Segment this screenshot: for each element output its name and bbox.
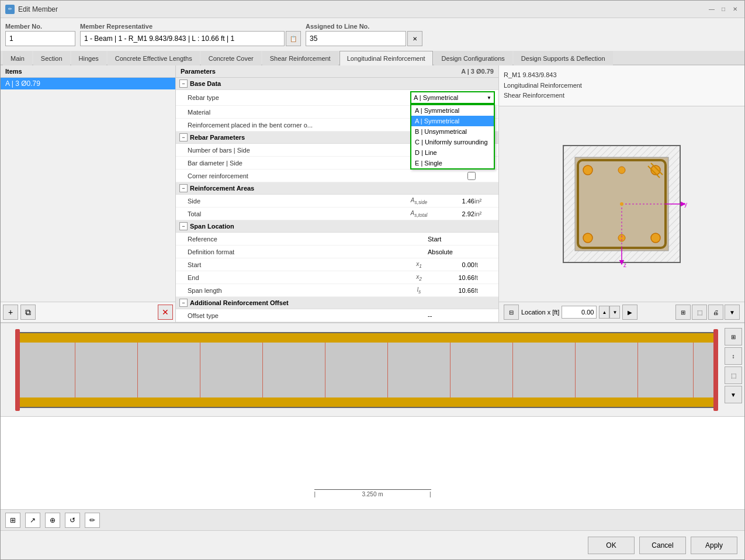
beam-toolbar-grid[interactable]: ⊞ xyxy=(725,328,742,345)
bottom-area: ⊞ ↕ ⬚ ▼ | 3.250 m | xyxy=(1,322,744,509)
param-name-num-bars: Number of bars | Side xyxy=(188,147,410,154)
rebar-option-a2[interactable]: A | Symmetrical xyxy=(411,116,494,126)
section-toggle-rebar[interactable]: − xyxy=(179,133,188,141)
param-unit-start: ft xyxy=(474,261,495,268)
rebar-option-b[interactable]: B | Unsymmetrical xyxy=(411,126,494,137)
apply-button[interactable]: Apply xyxy=(691,537,737,554)
param-name-span-length: Span length xyxy=(188,287,410,294)
svg-text:z: z xyxy=(623,262,626,268)
param-name-start: Start xyxy=(188,261,410,268)
member-no-group: Member No. xyxy=(5,23,75,46)
section-toggle-additional[interactable]: − xyxy=(179,299,188,307)
rebar-type-dropdown[interactable]: A | Symmetrical ▼ A | Symmetrical A | Sy… xyxy=(410,91,495,104)
corner-reinf-checkbox[interactable] xyxy=(467,172,476,180)
viz-frame-btn[interactable]: ⬚ xyxy=(692,305,707,320)
list-item[interactable]: A | 3 Ø0.79 xyxy=(1,78,175,89)
maximize-button[interactable]: □ xyxy=(719,5,728,14)
work-area: Items A | 3 Ø0.79 + ⧉ ✕ Parameters A | 3… xyxy=(1,65,744,322)
param-symbol-start: x1 xyxy=(410,261,428,269)
param-value-total-area: 2.92 xyxy=(428,210,474,217)
info-line-1: R_M1 9.843/9.843 xyxy=(504,70,740,81)
filter-btn[interactable]: ⊟ xyxy=(504,305,519,320)
param-name-rebar-type: Rebar type xyxy=(188,94,393,101)
section-toggle-base[interactable]: − xyxy=(179,79,188,88)
section-base-data[interactable]: − Base Data xyxy=(176,78,498,90)
minimize-button[interactable]: — xyxy=(707,5,716,14)
section-span-location[interactable]: − Span Location xyxy=(176,220,498,233)
scale-line xyxy=(314,489,431,490)
location-bar: ⊟ Location x [ft] ▲ ▼ ▶ ⊞ ⬚ 🖨 ▼ xyxy=(499,302,744,322)
beam-toolbar-frame[interactable]: ⬚ xyxy=(725,367,742,384)
delete-item-button[interactable]: ✕ xyxy=(158,305,173,320)
svg-point-18 xyxy=(620,202,623,206)
status-btn-2[interactable]: ↗ xyxy=(25,513,40,528)
copy-item-button[interactable]: ⧉ xyxy=(20,305,36,320)
status-btn-3[interactable]: ⊕ xyxy=(45,513,60,528)
rebar-line-9 xyxy=(575,343,576,400)
assigned-line-field-group: ✕ xyxy=(306,31,422,46)
add-item-button[interactable]: + xyxy=(3,305,18,320)
tab-shear[interactable]: Shear Reinforcement xyxy=(262,51,338,65)
section-label-areas: Reinforcement Areas xyxy=(190,185,254,192)
param-symbol-total-area: As,total xyxy=(410,210,428,218)
section-toggle-areas[interactable]: − xyxy=(179,184,188,192)
svg-point-6 xyxy=(583,233,592,243)
cross-section-svg: y z xyxy=(557,140,686,268)
cancel-button[interactable]: Cancel xyxy=(639,537,686,554)
beam-visualization xyxy=(18,332,715,408)
location-input[interactable] xyxy=(562,306,597,319)
param-value-span-length: 10.66 xyxy=(428,287,474,294)
section-additional-reinf[interactable]: − Additional Reinforcement Offset xyxy=(176,297,498,309)
location-down-btn[interactable]: ▼ xyxy=(609,306,620,319)
param-def-format: Definition format Absolute xyxy=(176,246,498,258)
assigned-line-input[interactable] xyxy=(306,31,406,46)
tab-main[interactable]: Main xyxy=(3,51,32,65)
member-rep-input[interactable] xyxy=(80,31,285,46)
ok-button[interactable]: OK xyxy=(588,537,635,554)
status-btn-5[interactable]: ✏ xyxy=(85,513,100,528)
param-name-bar-diameter: Bar diameter | Side xyxy=(188,160,410,167)
rebar-option-e[interactable]: E | Single xyxy=(411,158,494,168)
params-label: Parameters xyxy=(181,68,216,75)
rebar-type-dropdown-btn[interactable]: A | Symmetrical ▼ xyxy=(410,91,495,104)
param-name-offset-type: Offset type xyxy=(188,312,410,319)
param-end: End x2 10.66 ft xyxy=(176,271,498,284)
tab-concrete-effective[interactable]: Concrete Effective Lengths xyxy=(108,51,200,65)
tab-longitudinal[interactable]: Longitudinal Reinforcement xyxy=(339,51,433,65)
param-unit-side-area: in² xyxy=(474,198,495,205)
location-up-btn[interactable]: ▲ xyxy=(599,306,609,319)
section-reinf-areas[interactable]: − Reinforcement Areas xyxy=(176,182,498,195)
param-value-reference: Start xyxy=(428,236,495,243)
tab-design-supports[interactable]: Design Supports & Deflection xyxy=(514,51,613,65)
scale-end: | xyxy=(429,491,431,497)
member-no-input[interactable] xyxy=(5,31,75,46)
viz-more-btn[interactable]: ▼ xyxy=(725,305,740,320)
param-unit-end: ft xyxy=(474,274,495,281)
viz-copy-btn[interactable]: 🖨 xyxy=(708,305,723,320)
status-btn-4[interactable]: ↺ xyxy=(65,513,80,528)
location-next-btn[interactable]: ▶ xyxy=(622,305,637,320)
beam-toolbar-more[interactable]: ▼ xyxy=(725,386,742,403)
beam-toolbar-axis[interactable]: ↕ xyxy=(725,347,742,365)
tab-concrete-cover[interactable]: Concrete Cover xyxy=(201,51,261,65)
window-icon: ✏ xyxy=(5,5,15,14)
rebar-option-a1[interactable]: A | Symmetrical xyxy=(411,105,494,116)
viz-grid-btn[interactable]: ⊞ xyxy=(675,305,691,320)
section-toggle-span[interactable]: − xyxy=(179,222,188,230)
rebar-option-d[interactable]: D | Line xyxy=(411,147,494,158)
assigned-line-button[interactable]: ✕ xyxy=(407,31,422,46)
title-bar: ✏ Edit Member — □ ✕ xyxy=(1,1,744,18)
rebar-type-selected: A | Symmetrical xyxy=(414,94,458,101)
tab-design-config[interactable]: Design Configurations xyxy=(434,51,512,65)
tab-section[interactable]: Section xyxy=(33,51,70,65)
member-rep-button[interactable]: 📋 xyxy=(286,31,301,46)
items-toolbar: + ⧉ ✕ xyxy=(1,302,175,322)
svg-point-7 xyxy=(651,233,660,243)
bottom-graph: | 3.250 m | xyxy=(1,417,744,509)
rebar-line-4 xyxy=(262,343,263,400)
status-btn-1[interactable]: ⊞ xyxy=(5,513,20,528)
close-button[interactable]: ✕ xyxy=(730,5,740,14)
tab-hinges[interactable]: Hinges xyxy=(71,51,106,65)
section-label-base: Base Data xyxy=(190,80,221,87)
rebar-option-c[interactable]: C | Uniformly surrounding xyxy=(411,137,494,147)
